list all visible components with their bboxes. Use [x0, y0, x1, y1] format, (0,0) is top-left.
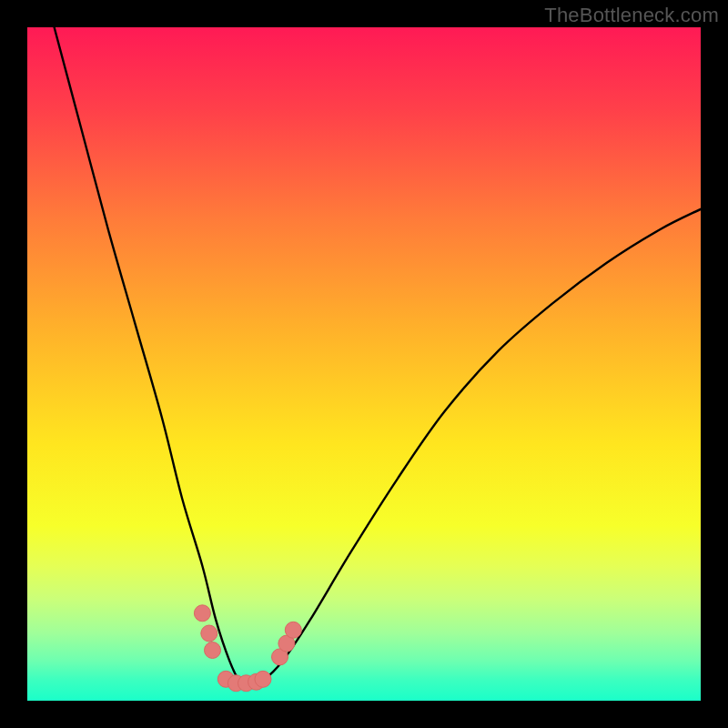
watermark-text: TheBottleneck.com — [544, 4, 719, 27]
curve-marker — [201, 625, 217, 642]
plot-area — [27, 27, 701, 701]
outer-frame: TheBottleneck.com — [0, 0, 728, 728]
curve-marker — [194, 605, 210, 622]
curve-marker — [285, 622, 301, 638]
curve-marker — [255, 671, 271, 687]
bottleneck-curve — [55, 27, 701, 684]
curve-marker — [205, 642, 221, 659]
curve-markers — [194, 605, 301, 692]
chart-svg — [27, 27, 701, 701]
